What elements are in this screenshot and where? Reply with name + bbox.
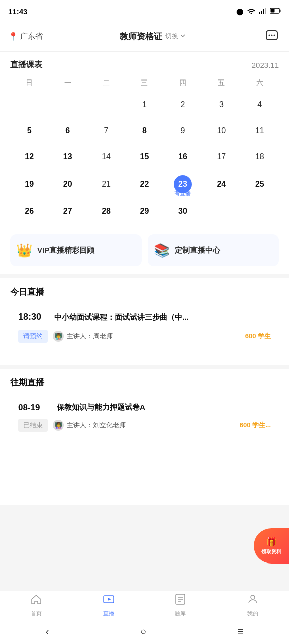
nav-home[interactable]: 首页 [0,591,72,619]
weekday-sun: 日 [10,76,48,90]
calendar-cell[interactable]: 1 [125,92,163,118]
location-pin-icon: 📍 [8,32,18,41]
calendar-cell[interactable]: 9 [164,118,202,144]
calendar-cell[interactable]: 22 [125,170,163,198]
calendar-cell[interactable]: 7 [87,118,125,144]
live-card-footer: 请预约 👨‍🏫 主讲人：周老师 600 学生 [18,330,271,343]
nav-questions-label: 题库 [175,610,186,617]
student-count: 600 学生 [245,332,271,341]
weekday-wed: 三 [125,76,163,90]
calendar-cell[interactable]: 15 [125,144,163,170]
svg-rect-5 [280,9,281,12]
calendar-cell[interactable]: 14 [87,144,125,170]
calendar-cell[interactable]: 28 [87,198,125,224]
teacher-info: 👨‍🏫 主讲人：周老师 [53,331,240,342]
weekday-tue: 二 [87,76,125,90]
calendar-month: 2023.11 [252,61,279,69]
calendar-cell[interactable]: 5 [10,118,48,144]
calendar-cell[interactable]: 6 [48,118,86,144]
calendar-cell [48,92,86,118]
live-card-title: 中小幼面试课程：面试试讲三步曲（中... [54,312,271,324]
floating-banner[interactable]: 🎁 领取资料 [254,528,289,564]
nav-mine[interactable]: 我的 [217,591,289,619]
switch-label: 切换 [165,32,178,41]
ended-button: 已结束 [18,419,48,432]
vip-stack-icon: 📚 [154,243,170,258]
chat-button[interactable] [263,27,281,45]
teacher-name: 主讲人：周老师 [67,332,113,341]
calendar-cell[interactable]: 25 [241,170,279,198]
status-battery-icon [270,8,281,15]
bottom-nav: 首页 直播 题库 我的 [0,591,289,619]
vip-section: 👑 VIP直播精彩回顾 📚 定制直播中心 [10,234,279,274]
calendar-cell[interactable]: 24 [202,170,240,198]
today-live-label: 有直播 [174,190,191,197]
calendar-cell[interactable]: 3 [202,92,240,118]
calendar-cell[interactable]: 27 [48,198,86,224]
calendar-cell[interactable]: 10 [202,118,240,144]
past-date: 08-19 [18,403,51,413]
location-area[interactable]: 📍 广东省 [8,32,43,41]
vip-replay-card[interactable]: 👑 VIP直播精彩回顾 [10,234,142,266]
calendar-cell[interactable]: 11 [241,118,279,144]
calendar-cell[interactable]: 23有直播 [164,170,202,198]
svg-rect-3 [265,8,266,14]
past-live-section: 往期直播 08-19 保教知识与能力押题试卷A 已结束 👩‍🏫 主讲人：刘立化老… [0,369,289,505]
calendar-cell [87,92,125,118]
nav-live[interactable]: 直播 [72,591,145,619]
nav-questions[interactable]: 题库 [145,591,217,619]
calendar-cell[interactable]: 30 [164,198,202,224]
nav-home-label: 首页 [31,610,42,617]
past-live-title: 往期直播 [10,377,279,388]
banner-gift-icon: 🎁 [266,536,277,547]
vip-replay-label: VIP直播精彩回顾 [37,246,94,255]
status-time: 11:43 [8,7,27,16]
status-icons: ⬤ [236,7,281,16]
calendar-cell[interactable]: 21 [87,170,125,198]
calendar-cell[interactable]: 19 [10,170,48,198]
header: 📍 广东省 教师资格证 切换 [0,22,289,52]
calendar-grid: 1234567891011121314151617181920212223有直播… [10,92,279,224]
today-live-title: 今日直播 [10,286,279,298]
calendar-cell[interactable]: 8 [125,118,163,144]
system-back-button[interactable]: ‹ [46,626,49,637]
past-student-count: 600 学生... [240,421,271,430]
vip-custom-card[interactable]: 📚 定制直播中心 [148,234,279,266]
calendar-cell [10,92,48,118]
nav-live-label: 直播 [103,610,114,617]
vip-custom-label: 定制直播中心 [175,246,220,255]
system-menu-button[interactable]: ≡ [238,626,244,637]
calendar-cell[interactable]: 29 [125,198,163,224]
weekday-sat: 六 [241,76,279,90]
calendar-cell[interactable]: 20 [48,170,86,198]
calendar-header: 直播课表 2023.11 [10,60,279,70]
calendar-cell[interactable]: 16 [164,144,202,170]
past-teacher-avatar-icon: 👩‍🏫 [55,422,62,429]
banner-circle[interactable]: 🎁 领取资料 [254,528,289,564]
weekday-fri: 五 [202,76,240,90]
past-teacher-name: 主讲人：刘立化老师 [67,421,126,430]
switch-icon [179,33,186,40]
calendar-cell[interactable]: 26 [10,198,48,224]
nav-questions-icon [174,593,186,608]
calendar-cell[interactable]: 17 [202,144,240,170]
svg-point-8 [269,35,270,36]
past-live-card[interactable]: 08-19 保教知识与能力押题试卷A 已结束 👩‍🏫 主讲人：刘立化老师 600… [10,394,279,440]
calendar-cell[interactable]: 2 [164,92,202,118]
calendar-cell[interactable]: 12 [10,144,48,170]
system-home-button[interactable]: ○ [140,626,146,637]
past-teacher-avatar: 👩‍🏫 [53,420,64,431]
past-card-header: 08-19 保教知识与能力押题试卷A [18,403,271,413]
svg-rect-1 [261,11,262,14]
past-card-footer: 已结束 👩‍🏫 主讲人：刘立化老师 600 学生... [18,419,271,432]
switch-button[interactable]: 切换 [165,32,186,41]
calendar-cell[interactable]: 13 [48,144,86,170]
today-live-card[interactable]: 18:30 中小幼面试课程：面试试讲三步曲（中... 请预约 👨‍🏫 主讲人：周… [10,304,279,351]
calendar-cell[interactable]: 18 [241,144,279,170]
calendar-cell[interactable]: 4 [241,92,279,118]
calendar-weekdays: 日 一 二 三 四 五 六 [10,76,279,90]
nav-mine-label: 我的 [247,610,258,617]
reserve-button[interactable]: 请预约 [18,330,48,343]
header-title-area: 教师资格证 切换 [120,31,186,42]
header-title: 教师资格证 [120,31,162,42]
